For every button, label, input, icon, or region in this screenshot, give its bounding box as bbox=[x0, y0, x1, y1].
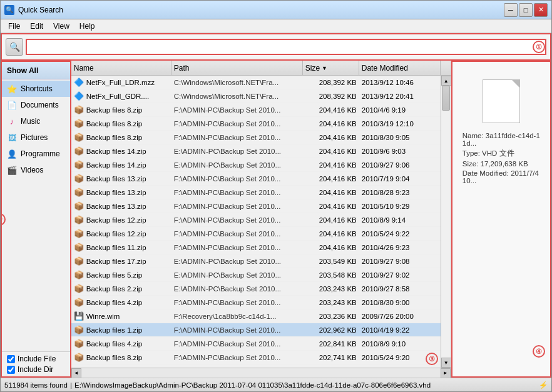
file-cell-name: 📦 Backup files 2.zip bbox=[71, 282, 171, 295]
table-row[interactable]: 📦 Backup files 13.zip F:\ADMIN-PC\Backup… bbox=[71, 186, 441, 199]
scroll-up-button[interactable]: ▲ bbox=[441, 76, 451, 86]
table-row[interactable]: 📦 Backup files 5.zip E:\ADMIN-PC\Backup … bbox=[71, 268, 441, 282]
preview-panel: Name: 3a11fdde-c14d-11d... Type: VHD 文件 … bbox=[451, 61, 551, 378]
file-cell-date: 2010/9/6 9:03 bbox=[359, 144, 441, 158]
file-list: Name Path Size ▼ Date Modified 🔷 bbox=[71, 61, 451, 378]
menu-file[interactable]: File bbox=[3, 21, 25, 32]
table-row[interactable]: 📦 Backup files 8.zip F:\ADMIN-PC\Backup … bbox=[71, 117, 441, 131]
music-icon: ♪ bbox=[7, 116, 17, 126]
hscroll-left-button[interactable]: ◄ bbox=[71, 368, 81, 378]
sidebar-item-music[interactable]: ♪ Music bbox=[2, 113, 70, 129]
menu-view[interactable]: View bbox=[48, 21, 74, 32]
col-header-name[interactable]: Name bbox=[71, 61, 171, 75]
file-list-header: Name Path Size ▼ Date Modified bbox=[71, 61, 451, 76]
preview-info: Name: 3a11fdde-c14d-11d... Type: VHD 文件 … bbox=[457, 129, 545, 189]
sidebar-item-programmes[interactable]: 👤 Programme bbox=[2, 146, 70, 162]
search-button[interactable]: 🔍 bbox=[6, 38, 23, 56]
file-cell-path: F:\ADMIN-PC\Backup Set 2010... bbox=[171, 199, 303, 213]
scroll-track[interactable] bbox=[441, 86, 451, 358]
table-row[interactable]: 🔷 NetFx_Full_LDR.mzz C:\Windows\Microsof… bbox=[71, 76, 441, 89]
table-row[interactable]: 📦 Backup files 4.zip F:\ADMIN-PC\Backup … bbox=[71, 296, 441, 309]
table-row[interactable]: 📦 Backup files 8.zip F:\ADMIN-PC\Backup … bbox=[71, 351, 441, 364]
file-cell-size: 204,416 KB bbox=[303, 144, 359, 158]
sidebar-header: Show All bbox=[2, 62, 70, 79]
preview-date-label: Date Modified: bbox=[463, 169, 509, 177]
file-list-body-area: 🔷 NetFx_Full_LDR.mzz C:\Windows\Microsof… bbox=[71, 76, 451, 368]
col-header-date[interactable]: Date Modified bbox=[359, 61, 441, 75]
sidebar-bottom: Include File Include Dir bbox=[2, 351, 70, 376]
file-cell-date: 2010/5/24 9:20 bbox=[359, 351, 441, 364]
file-cell-size: 203,243 KB bbox=[303, 296, 359, 309]
file-cell-path: F:\ADMIN-PC\Backup Set 2010... bbox=[171, 172, 303, 185]
file-cell-date: 2010/8/30 9:05 bbox=[359, 131, 441, 144]
search-area: 🔍 ① bbox=[1, 33, 551, 61]
file-list-hscroll[interactable]: ◄ ► bbox=[71, 368, 451, 378]
file-cell-date: 2010/8/9 9:10 bbox=[359, 337, 441, 350]
file-cell-path: C:\Windows\Microsoft.NET\Fra... bbox=[171, 76, 303, 89]
sidebar-item-shortcuts[interactable]: ⭐ Shortcuts bbox=[2, 81, 70, 97]
table-row[interactable]: 📦 Backup files 8.zip F:\ADMIN-PC\Backup … bbox=[71, 131, 441, 144]
menu-edit[interactable]: Edit bbox=[25, 21, 48, 32]
file-type-icon: 📦 bbox=[74, 174, 84, 183]
include-dir-checkbox[interactable] bbox=[7, 366, 15, 374]
file-cell-size: 203,243 KB bbox=[303, 282, 359, 295]
table-row[interactable]: 📦 Backup files 13.zip F:\ADMIN-PC\Backup… bbox=[71, 199, 441, 213]
file-type-icon: 📦 bbox=[74, 229, 84, 238]
file-cell-name: 📦 Backup files 8.zip bbox=[71, 351, 171, 364]
file-cell-path: F:\ADMIN-PC\Backup Set 2010... bbox=[171, 227, 303, 240]
file-type-icon: 📦 bbox=[74, 284, 84, 293]
file-list-body[interactable]: 🔷 NetFx_Full_LDR.mzz C:\Windows\Microsof… bbox=[71, 76, 441, 368]
menu-help[interactable]: Help bbox=[74, 21, 100, 32]
scroll-down-button[interactable]: ▼ bbox=[441, 358, 451, 368]
table-row[interactable]: 📦 Backup files 17.zip E:\ADMIN-PC\Backup… bbox=[71, 254, 441, 268]
table-row[interactable]: 📦 Backup files 12.zip F:\ADMIN-PC\Backup… bbox=[71, 227, 441, 241]
window-title: Quick Search bbox=[18, 6, 504, 14]
file-cell-date: 2010/9/27 9:08 bbox=[359, 254, 441, 268]
search-input[interactable] bbox=[26, 39, 546, 55]
preview-type-value: VHD 文件 bbox=[482, 149, 514, 157]
file-cell-path: F:\ADMIN-PC\Backup Set 2010... bbox=[171, 103, 303, 116]
table-row[interactable]: 📦 Backup files 14.zip E:\ADMIN-PC\Backup… bbox=[71, 158, 441, 172]
table-row[interactable]: 📦 Backup files 1.zip F:\ADMIN-PC\Backup … bbox=[71, 323, 441, 337]
file-cell-name: 📦 Backup files 12.zip bbox=[71, 227, 171, 240]
file-cell-path: F:\ADMIN-PC\Backup Set 2010... bbox=[171, 323, 303, 336]
shortcuts-icon: ⭐ bbox=[7, 84, 17, 94]
file-cell-date: 2010/5/10 9:29 bbox=[359, 199, 441, 213]
sidebar-item-documents[interactable]: 📄 Documents bbox=[2, 97, 70, 113]
sidebar-item-videos[interactable]: 🎬 Videos bbox=[2, 162, 70, 178]
file-cell-size: 202,741 KB bbox=[303, 351, 359, 364]
file-cell-path: F:\ADMIN-PC\Backup Set 2010... bbox=[171, 241, 303, 254]
table-row[interactable]: 🔷 NetFx_Full_GDR.... C:\Windows\Microsof… bbox=[71, 89, 441, 103]
scroll-thumb[interactable] bbox=[442, 86, 450, 111]
table-row[interactable]: 📦 Backup files 12.zip F:\ADMIN-PC\Backup… bbox=[71, 213, 441, 227]
col-header-size[interactable]: Size ▼ bbox=[303, 61, 359, 75]
circle-4: ④ bbox=[533, 345, 545, 358]
close-button[interactable]: ✕ bbox=[534, 3, 548, 17]
include-file-checkbox[interactable] bbox=[7, 355, 15, 363]
table-row[interactable]: 📦 Backup files 11.zip F:\ADMIN-PC\Backup… bbox=[71, 241, 441, 254]
hscroll-right-button[interactable]: ► bbox=[441, 368, 451, 378]
file-cell-path: C:\Windows\Microsoft.NET\Fra... bbox=[171, 89, 303, 103]
table-row[interactable]: 📦 Backup files 13.zip F:\ADMIN-PC\Backup… bbox=[71, 172, 441, 186]
table-row[interactable]: 📦 Backup files 4.zip F:\ADMIN-PC\Backup … bbox=[71, 337, 441, 351]
file-cell-name: 🔷 NetFx_Full_LDR.mzz bbox=[71, 76, 171, 89]
table-row[interactable]: 📦 Backup files 2.zip E:\ADMIN-PC\Backup … bbox=[71, 282, 441, 296]
file-cell-date: 2010/9/27 9:02 bbox=[359, 268, 441, 281]
minimize-button[interactable]: ─ bbox=[504, 3, 518, 17]
menubar: File Edit View Help bbox=[1, 19, 551, 33]
sidebar-item-pictures[interactable]: 🖼 Pictures bbox=[2, 129, 70, 146]
file-cell-path: E:\ADMIN-PC\Backup Set 2010... bbox=[171, 282, 303, 295]
file-type-icon: 📦 bbox=[74, 133, 84, 142]
file-cell-name: 📦 Backup files 4.zip bbox=[71, 296, 171, 309]
col-header-path[interactable]: Path bbox=[171, 61, 303, 75]
file-list-scrollbar[interactable]: ▲ ▼ bbox=[441, 76, 451, 368]
file-cell-name: 📦 Backup files 8.zip bbox=[71, 131, 171, 144]
size-sort-arrow: ▼ bbox=[322, 65, 327, 71]
table-row[interactable]: 💾 Winre.wim F:\Recovery\1ca8bb9c-c14d-1.… bbox=[71, 309, 441, 323]
table-row[interactable]: 📦 Backup files 8.zip F:\ADMIN-PC\Backup … bbox=[71, 103, 441, 117]
table-row[interactable]: 📦 Backup files 14.zip E:\ADMIN-PC\Backup… bbox=[71, 144, 441, 158]
file-cell-path: F:\ADMIN-PC\Backup Set 2010... bbox=[171, 351, 303, 364]
file-type-icon: 📦 bbox=[74, 353, 84, 362]
file-cell-date: 2010/8/28 9:23 bbox=[359, 186, 441, 199]
maximize-button[interactable]: □ bbox=[519, 3, 533, 17]
